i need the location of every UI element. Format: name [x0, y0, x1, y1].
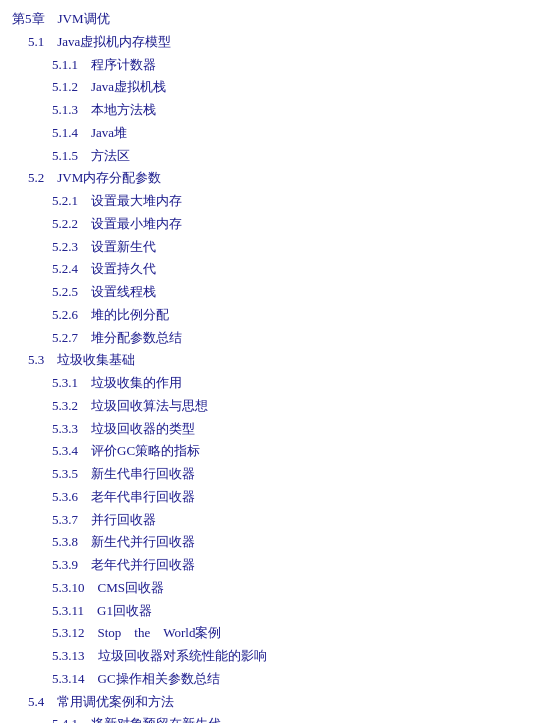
toc-item-8[interactable]: 5.2.1 设置最大堆内存 [52, 190, 531, 213]
toc-item-9[interactable]: 5.2.2 设置最小堆内存 [52, 213, 531, 236]
toc-item-27[interactable]: 5.3.12 Stop the World案例 [52, 622, 531, 645]
toc-item-17[interactable]: 5.3.2 垃圾回收算法与思想 [52, 395, 531, 418]
toc-item-12[interactable]: 5.2.5 设置线程栈 [52, 281, 531, 304]
toc-item-13[interactable]: 5.2.6 堆的比例分配 [52, 304, 531, 327]
toc-item-21[interactable]: 5.3.6 老年代串行回收器 [52, 486, 531, 509]
toc-item-2[interactable]: 5.1.1 程序计数器 [52, 54, 531, 77]
toc-item-25[interactable]: 5.3.10 CMS回收器 [52, 577, 531, 600]
toc-item-4[interactable]: 5.1.3 本地方法栈 [52, 99, 531, 122]
toc-item-28[interactable]: 5.3.13 垃圾回收器对系统性能的影响 [52, 645, 531, 668]
toc-item-22[interactable]: 5.3.7 并行回收器 [52, 509, 531, 532]
toc-item-5[interactable]: 5.1.4 Java堆 [52, 122, 531, 145]
toc-item-24[interactable]: 5.3.9 老年代并行回收器 [52, 554, 531, 577]
toc-item-11[interactable]: 5.2.4 设置持久代 [52, 258, 531, 281]
toc-item-6[interactable]: 5.1.5 方法区 [52, 145, 531, 168]
toc-item-7[interactable]: 5.2 JVM内存分配参数 [28, 167, 531, 190]
toc-item-23[interactable]: 5.3.8 新生代并行回收器 [52, 531, 531, 554]
toc-item-31[interactable]: 5.4.1 将新对象预留在新生代 [52, 713, 531, 723]
toc-item-0[interactable]: 第5章 JVM调优 [12, 8, 531, 31]
toc-item-26[interactable]: 5.3.11 G1回收器 [52, 600, 531, 623]
toc-item-1[interactable]: 5.1 Java虚拟机内存模型 [28, 31, 531, 54]
toc-item-16[interactable]: 5.3.1 垃圾收集的作用 [52, 372, 531, 395]
toc-item-19[interactable]: 5.3.4 评价GC策略的指标 [52, 440, 531, 463]
toc-item-14[interactable]: 5.2.7 堆分配参数总结 [52, 327, 531, 350]
toc-item-15[interactable]: 5.3 垃圾收集基础 [28, 349, 531, 372]
toc-item-30[interactable]: 5.4 常用调优案例和方法 [28, 691, 531, 714]
table-of-contents: 第5章 JVM调优5.1 Java虚拟机内存模型5.1.1 程序计数器5.1.2… [12, 8, 531, 723]
toc-item-10[interactable]: 5.2.3 设置新生代 [52, 236, 531, 259]
toc-item-18[interactable]: 5.3.3 垃圾回收器的类型 [52, 418, 531, 441]
toc-item-20[interactable]: 5.3.5 新生代串行回收器 [52, 463, 531, 486]
toc-item-3[interactable]: 5.1.2 Java虚拟机栈 [52, 76, 531, 99]
toc-item-29[interactable]: 5.3.14 GC操作相关参数总结 [52, 668, 531, 691]
